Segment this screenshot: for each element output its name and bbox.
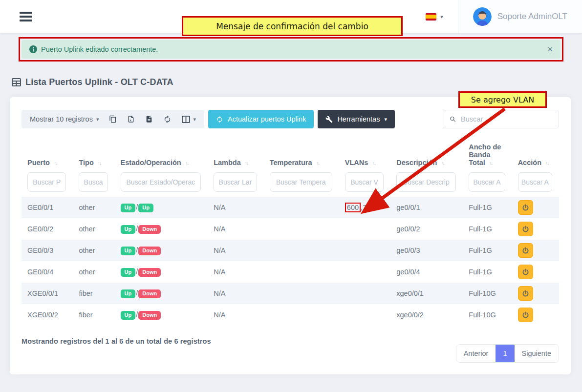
svg-text:x: x bbox=[130, 119, 132, 122]
table-body: GE0/0/1otherUp/UpN/A600,700ge0/0/1Full-1… bbox=[22, 197, 559, 326]
operation-badge: Down bbox=[138, 311, 161, 320]
power-toggle-button[interactable] bbox=[518, 286, 533, 301]
uplink-table-card: Mostrar 10 registros ▾ x ▾ bbox=[10, 97, 571, 374]
power-toggle-button[interactable] bbox=[518, 265, 533, 279]
status-badge: Up bbox=[121, 247, 136, 255]
user-menu[interactable]: Soporte AdminOLT bbox=[458, 0, 582, 33]
close-icon[interactable]: × bbox=[547, 45, 553, 54]
page-length-dropdown[interactable]: Mostrar 10 registros ▾ bbox=[30, 115, 99, 123]
column-header-descripcion[interactable]: Descripción↑↓ bbox=[390, 140, 463, 172]
search-input[interactable] bbox=[461, 115, 552, 123]
tools-dropdown-button[interactable]: Herramientas ▾ bbox=[318, 110, 395, 128]
wrench-icon bbox=[325, 116, 333, 123]
power-icon bbox=[522, 311, 529, 319]
sort-icon[interactable]: ↑↓ bbox=[185, 160, 189, 166]
cell-temperatura bbox=[264, 240, 339, 261]
pagination-prev[interactable]: Anterior bbox=[456, 345, 496, 362]
cell-ancho_banda: Full-1G bbox=[463, 218, 512, 240]
cell-lambda: N/A bbox=[208, 197, 264, 218]
table-toolbar: Mostrar 10 registros ▾ x ▾ bbox=[22, 110, 559, 128]
cell-descripcion: ge0/0/4 bbox=[390, 261, 463, 283]
column-header-vlans[interactable]: VLANs↑↓ bbox=[339, 140, 390, 172]
sort-icon[interactable]: ↑↓ bbox=[98, 160, 101, 166]
avatar bbox=[473, 7, 492, 26]
info-icon bbox=[29, 45, 37, 53]
sort-icon[interactable]: ↑↓ bbox=[54, 160, 57, 166]
filter-input-accion[interactable] bbox=[518, 172, 552, 192]
column-header-puerto[interactable]: Puerto↑↓ bbox=[22, 140, 73, 172]
column-header-lambda[interactable]: Lambda↑↓ bbox=[208, 140, 264, 172]
operation-badge: Down bbox=[138, 225, 161, 234]
cell-ancho_banda: Full-10G bbox=[463, 283, 512, 304]
power-toggle-button[interactable] bbox=[518, 243, 533, 258]
cell-estado: Up/Up bbox=[115, 197, 208, 218]
power-toggle-button[interactable] bbox=[518, 222, 533, 236]
cell-estado: Up/Down bbox=[115, 240, 208, 261]
power-toggle-button[interactable] bbox=[518, 200, 533, 215]
filter-input-lambda[interactable] bbox=[214, 172, 257, 192]
language-dropdown[interactable]: ▾ bbox=[411, 0, 458, 33]
cell-temperatura bbox=[264, 197, 339, 218]
chevron-down-icon: ▾ bbox=[193, 116, 196, 123]
refresh-button[interactable] bbox=[163, 115, 172, 124]
chevron-down-icon: ▾ bbox=[384, 116, 387, 123]
pagination-page-1[interactable]: 1 bbox=[496, 345, 514, 362]
status-badge: Up bbox=[121, 289, 136, 298]
records-summary: Mostrando registros del 1 al 6 de un tot… bbox=[22, 337, 211, 345]
cell-temperatura bbox=[264, 304, 339, 326]
pagination-next[interactable]: Siguiente bbox=[515, 345, 559, 362]
sort-icon[interactable]: ↑↓ bbox=[245, 160, 248, 166]
cell-accion bbox=[512, 240, 559, 261]
header-row: Puerto↑↓Tipo↑↓Estado/Operación↑↓Lambda↑↓… bbox=[22, 140, 559, 172]
cell-lambda: N/A bbox=[208, 304, 264, 326]
cell-estado: Up/Down bbox=[115, 283, 208, 304]
filter-input-vlans[interactable] bbox=[345, 172, 384, 192]
filter-row bbox=[22, 172, 559, 197]
sort-icon[interactable]: ↑↓ bbox=[489, 160, 493, 166]
page-title-text: Lista Puertos Uplink - OLT C-DATA bbox=[25, 77, 173, 87]
column-header-accion[interactable]: Acción↑↓ bbox=[512, 140, 559, 172]
sort-icon[interactable]: ↑↓ bbox=[316, 160, 320, 166]
filter-input-ancho_banda[interactable] bbox=[469, 172, 505, 192]
operation-badge: Down bbox=[138, 268, 161, 277]
cell-estado: Up/Down bbox=[115, 218, 208, 240]
cell-vlans bbox=[339, 240, 390, 261]
sort-icon[interactable]: ↑↓ bbox=[441, 160, 444, 166]
table-search bbox=[443, 110, 559, 128]
cell-accion bbox=[512, 283, 559, 304]
power-icon bbox=[522, 204, 529, 211]
column-header-temperatura[interactable]: Temperatura↑↓ bbox=[264, 140, 339, 172]
chevron-down-icon: ▾ bbox=[440, 14, 443, 20]
menu-hamburger-icon[interactable] bbox=[20, 12, 32, 21]
cell-estado: Up/Down bbox=[115, 261, 208, 283]
page-length-label: Mostrar 10 registros bbox=[30, 115, 93, 123]
cell-tipo: other bbox=[73, 197, 114, 218]
sort-icon[interactable]: ↑↓ bbox=[545, 160, 549, 166]
cell-vlans bbox=[339, 218, 390, 240]
filter-input-descripcion[interactable] bbox=[396, 172, 456, 192]
copy-button[interactable] bbox=[109, 115, 117, 123]
vlan-highlight-annotation: 600 bbox=[345, 203, 361, 212]
cell-puerto: GE0/0/3 bbox=[22, 240, 73, 261]
sort-icon[interactable]: ↑↓ bbox=[372, 160, 375, 166]
cell-accion bbox=[512, 261, 559, 283]
filter-input-puerto[interactable] bbox=[27, 172, 66, 192]
column-visibility-dropdown[interactable]: ▾ bbox=[182, 116, 196, 123]
export-excel-button[interactable]: x bbox=[127, 115, 135, 123]
cell-puerto: XGE0/0/2 bbox=[22, 304, 73, 326]
column-header-tipo[interactable]: Tipo↑↓ bbox=[73, 140, 114, 172]
filter-input-temperatura[interactable] bbox=[270, 172, 332, 192]
cell-temperatura bbox=[264, 261, 339, 283]
cell-vlans bbox=[339, 304, 390, 326]
filter-input-estado[interactable] bbox=[121, 172, 201, 192]
status-badge: Up bbox=[121, 225, 136, 234]
export-file-button[interactable] bbox=[145, 115, 153, 123]
power-toggle-button[interactable] bbox=[518, 308, 533, 322]
cell-descripcion: ge0/0/1 bbox=[390, 197, 463, 218]
update-uplink-ports-button[interactable]: Actualizar puertos Uplink bbox=[208, 110, 314, 128]
cell-tipo: fiber bbox=[73, 304, 114, 326]
column-header-estado[interactable]: Estado/Operación↑↓ bbox=[115, 140, 208, 172]
column-header-ancho_banda[interactable]: Ancho de Banda Total↑↓ bbox=[463, 140, 512, 172]
filter-input-tipo[interactable] bbox=[79, 172, 108, 192]
cell-temperatura bbox=[264, 218, 339, 240]
